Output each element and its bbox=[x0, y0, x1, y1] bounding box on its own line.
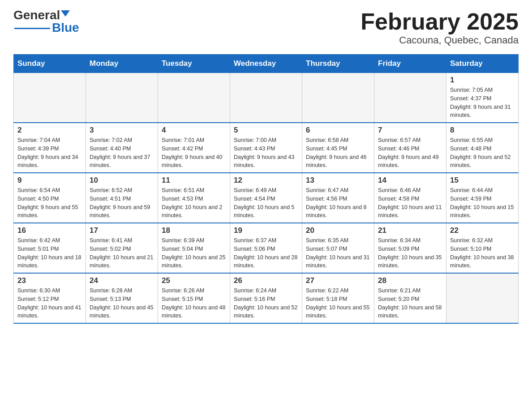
day-info: Sunrise: 6:52 AM Sunset: 4:51 PM Dayligh… bbox=[90, 186, 154, 220]
calendar-cell: 23Sunrise: 6:30 AM Sunset: 5:12 PM Dayli… bbox=[14, 273, 86, 323]
calendar-cell bbox=[302, 73, 374, 123]
day-info: Sunrise: 6:22 AM Sunset: 5:18 PM Dayligh… bbox=[306, 287, 370, 320]
day-number: 24 bbox=[90, 276, 154, 285]
logo-general: General bbox=[13, 9, 60, 21]
calendar-cell: 17Sunrise: 6:41 AM Sunset: 5:02 PM Dayli… bbox=[86, 223, 158, 273]
day-info: Sunrise: 6:57 AM Sunset: 4:46 PM Dayligh… bbox=[378, 136, 442, 170]
calendar-cell: 24Sunrise: 6:28 AM Sunset: 5:13 PM Dayli… bbox=[86, 273, 158, 323]
day-number: 23 bbox=[17, 276, 82, 285]
days-of-week-row: SundayMondayTuesdayWednesdayThursdayFrid… bbox=[14, 55, 519, 73]
day-info: Sunrise: 7:01 AM Sunset: 4:42 PM Dayligh… bbox=[162, 136, 226, 170]
day-number: 8 bbox=[450, 126, 515, 135]
calendar-title: February 2025 bbox=[360, 9, 519, 34]
day-of-week-friday: Friday bbox=[374, 55, 446, 73]
calendar-cell: 7Sunrise: 6:57 AM Sunset: 4:46 PM Daylig… bbox=[374, 123, 446, 173]
calendar-cell: 26Sunrise: 6:24 AM Sunset: 5:16 PM Dayli… bbox=[230, 273, 302, 323]
calendar-cell: 25Sunrise: 6:26 AM Sunset: 5:15 PM Dayli… bbox=[158, 273, 230, 323]
day-number: 9 bbox=[17, 176, 82, 185]
day-info: Sunrise: 6:21 AM Sunset: 5:20 PM Dayligh… bbox=[378, 287, 442, 320]
day-number: 6 bbox=[306, 126, 370, 135]
calendar-cell: 20Sunrise: 6:35 AM Sunset: 5:07 PM Dayli… bbox=[302, 223, 374, 273]
day-number: 15 bbox=[450, 176, 515, 185]
day-number: 17 bbox=[90, 226, 154, 235]
day-number: 27 bbox=[306, 276, 370, 285]
calendar-cell: 6Sunrise: 6:58 AM Sunset: 4:45 PM Daylig… bbox=[302, 123, 374, 173]
day-number: 10 bbox=[90, 176, 154, 185]
calendar-cell: 4Sunrise: 7:01 AM Sunset: 4:42 PM Daylig… bbox=[158, 123, 230, 173]
day-number: 18 bbox=[162, 226, 226, 235]
day-number: 25 bbox=[162, 276, 226, 285]
calendar-cell: 28Sunrise: 6:21 AM Sunset: 5:20 PM Dayli… bbox=[374, 273, 446, 323]
calendar-cell: 16Sunrise: 6:42 AM Sunset: 5:01 PM Dayli… bbox=[14, 223, 86, 273]
day-info: Sunrise: 6:47 AM Sunset: 4:56 PM Dayligh… bbox=[306, 186, 370, 220]
day-number: 7 bbox=[378, 126, 442, 135]
calendar-cell: 8Sunrise: 6:55 AM Sunset: 4:48 PM Daylig… bbox=[446, 123, 519, 173]
calendar-cell bbox=[14, 73, 86, 123]
calendar-cell bbox=[374, 73, 446, 123]
calendar-week-3: 9Sunrise: 6:54 AM Sunset: 4:50 PM Daylig… bbox=[14, 173, 519, 223]
calendar-cell: 1Sunrise: 7:05 AM Sunset: 4:37 PM Daylig… bbox=[446, 73, 519, 123]
day-of-week-sunday: Sunday bbox=[14, 55, 86, 73]
calendar-cell bbox=[446, 273, 519, 323]
day-info: Sunrise: 6:41 AM Sunset: 5:02 PM Dayligh… bbox=[90, 236, 154, 270]
day-of-week-wednesday: Wednesday bbox=[230, 55, 302, 73]
day-number: 16 bbox=[17, 226, 82, 235]
calendar-cell bbox=[230, 73, 302, 123]
day-info: Sunrise: 6:58 AM Sunset: 4:45 PM Dayligh… bbox=[306, 136, 370, 170]
calendar-cell: 18Sunrise: 6:39 AM Sunset: 5:04 PM Dayli… bbox=[158, 223, 230, 273]
calendar-cell: 27Sunrise: 6:22 AM Sunset: 5:18 PM Dayli… bbox=[302, 273, 374, 323]
day-number: 20 bbox=[306, 226, 370, 235]
calendar-subtitle: Cacouna, Quebec, Canada bbox=[360, 34, 519, 46]
day-info: Sunrise: 6:51 AM Sunset: 4:53 PM Dayligh… bbox=[162, 186, 226, 220]
day-number: 28 bbox=[378, 276, 442, 285]
day-info: Sunrise: 6:30 AM Sunset: 5:12 PM Dayligh… bbox=[17, 287, 82, 320]
calendar-cell: 21Sunrise: 6:34 AM Sunset: 5:09 PM Dayli… bbox=[374, 223, 446, 273]
day-number: 19 bbox=[234, 226, 298, 235]
day-number: 12 bbox=[234, 176, 298, 185]
day-number: 3 bbox=[90, 126, 154, 135]
calendar-cell: 11Sunrise: 6:51 AM Sunset: 4:53 PM Dayli… bbox=[158, 173, 230, 223]
day-number: 2 bbox=[17, 126, 82, 135]
day-info: Sunrise: 6:54 AM Sunset: 4:50 PM Dayligh… bbox=[17, 186, 82, 220]
day-of-week-thursday: Thursday bbox=[302, 55, 374, 73]
calendar-week-4: 16Sunrise: 6:42 AM Sunset: 5:01 PM Dayli… bbox=[14, 223, 519, 273]
day-of-week-saturday: Saturday bbox=[446, 55, 519, 73]
day-info: Sunrise: 6:42 AM Sunset: 5:01 PM Dayligh… bbox=[17, 236, 82, 270]
day-info: Sunrise: 6:26 AM Sunset: 5:15 PM Dayligh… bbox=[162, 287, 226, 320]
day-info: Sunrise: 6:49 AM Sunset: 4:54 PM Dayligh… bbox=[234, 186, 298, 220]
calendar-table: SundayMondayTuesdayWednesdayThursdayFrid… bbox=[13, 54, 519, 324]
day-number: 11 bbox=[162, 176, 226, 185]
calendar-week-2: 2Sunrise: 7:04 AM Sunset: 4:39 PM Daylig… bbox=[14, 123, 519, 173]
day-info: Sunrise: 6:35 AM Sunset: 5:07 PM Dayligh… bbox=[306, 236, 370, 270]
day-info: Sunrise: 6:32 AM Sunset: 5:10 PM Dayligh… bbox=[450, 236, 515, 270]
day-number: 22 bbox=[450, 226, 515, 235]
day-info: Sunrise: 6:24 AM Sunset: 5:16 PM Dayligh… bbox=[234, 287, 298, 320]
day-of-week-tuesday: Tuesday bbox=[158, 55, 230, 73]
calendar-cell: 5Sunrise: 7:00 AM Sunset: 4:43 PM Daylig… bbox=[230, 123, 302, 173]
day-info: Sunrise: 6:37 AM Sunset: 5:06 PM Dayligh… bbox=[234, 236, 298, 270]
day-info: Sunrise: 7:00 AM Sunset: 4:43 PM Dayligh… bbox=[234, 136, 298, 170]
day-info: Sunrise: 6:46 AM Sunset: 4:58 PM Dayligh… bbox=[378, 186, 442, 220]
calendar-header: SundayMondayTuesdayWednesdayThursdayFrid… bbox=[14, 55, 519, 73]
calendar-body: 1Sunrise: 7:05 AM Sunset: 4:37 PM Daylig… bbox=[14, 73, 519, 324]
day-info: Sunrise: 6:39 AM Sunset: 5:04 PM Dayligh… bbox=[162, 236, 226, 270]
day-info: Sunrise: 6:28 AM Sunset: 5:13 PM Dayligh… bbox=[90, 287, 154, 320]
page-header: General Blue February 2025 Cacouna, Queb… bbox=[13, 9, 519, 46]
day-number: 26 bbox=[234, 276, 298, 285]
calendar-cell: 3Sunrise: 7:02 AM Sunset: 4:40 PM Daylig… bbox=[86, 123, 158, 173]
day-info: Sunrise: 7:05 AM Sunset: 4:37 PM Dayligh… bbox=[450, 86, 515, 120]
day-number: 14 bbox=[378, 176, 442, 185]
day-number: 21 bbox=[378, 226, 442, 235]
logo-triangle-icon bbox=[61, 10, 70, 17]
day-of-week-monday: Monday bbox=[86, 55, 158, 73]
day-info: Sunrise: 6:44 AM Sunset: 4:59 PM Dayligh… bbox=[450, 186, 515, 220]
logo-underline bbox=[14, 28, 50, 29]
logo: General Blue bbox=[13, 9, 79, 34]
calendar-cell bbox=[86, 73, 158, 123]
calendar-cell: 15Sunrise: 6:44 AM Sunset: 4:59 PM Dayli… bbox=[446, 173, 519, 223]
logo-blue: Blue bbox=[52, 21, 79, 34]
day-info: Sunrise: 7:02 AM Sunset: 4:40 PM Dayligh… bbox=[90, 136, 154, 170]
day-number: 4 bbox=[162, 126, 226, 135]
calendar-title-block: February 2025 Cacouna, Quebec, Canada bbox=[360, 9, 519, 46]
calendar-cell: 9Sunrise: 6:54 AM Sunset: 4:50 PM Daylig… bbox=[14, 173, 86, 223]
